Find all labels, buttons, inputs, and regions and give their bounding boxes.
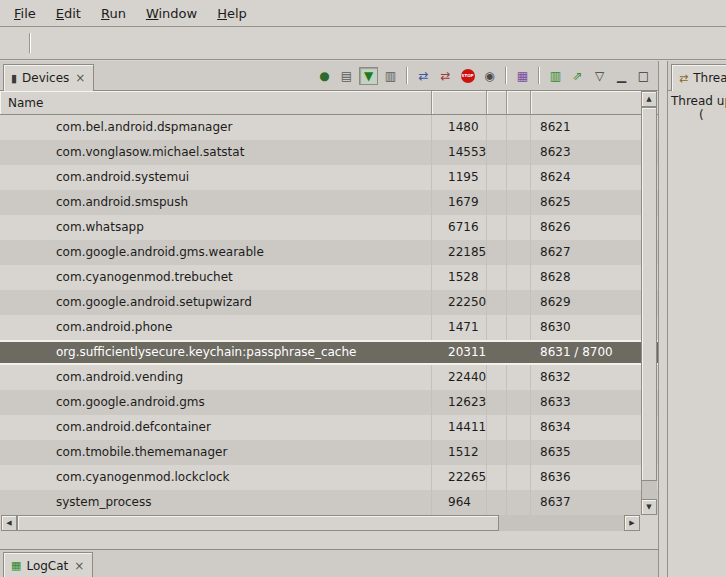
process-name-cell: com.tmobile.thememanager [0,440,432,465]
scrollbar-corner [640,515,658,531]
tab-devices[interactable]: ▮ Devices × [3,64,94,91]
tab-threads[interactable]: ⇄ Threa [671,64,726,91]
vertical-scrollbar[interactable]: ▲ ▼ [641,91,657,515]
vertical-scroll-thumb[interactable] [641,107,657,481]
table-row[interactable]: com.cyanogenmod.trebuchet15288628 [0,265,658,290]
process-port-cell: 8627 [531,240,658,265]
threads-view: ⇄ Threa Thread up ( [667,61,726,577]
process-col4-cell [507,465,531,490]
process-port-cell: 8634 [531,415,658,440]
horizontal-scrollbar[interactable]: ◀ ▶ [1,515,640,531]
process-col4-cell [507,365,531,390]
process-col4-cell [507,165,531,190]
toolbar-separator [406,67,408,84]
devices-tab-bar: ▮ Devices × ●▤▼▥⇄⇄STOP◉▦▥⇗▽▁□ [0,61,658,91]
table-row[interactable]: com.google.android.gms.wearable221858627 [0,240,658,265]
table-row[interactable]: com.google.android.setupwizard222508629 [0,290,658,315]
table-row[interactable]: com.whatsapp67168626 [0,215,658,240]
menu-item-window[interactable]: Window [136,3,207,24]
process-col3-cell [487,240,507,265]
table-row[interactable]: org.sufficientlysecure.keychain:passphra… [0,340,658,365]
process-col4-cell [507,342,531,363]
scroll-up-button[interactable]: ▲ [641,91,657,107]
table-row[interactable]: com.android.smspush16798625 [0,190,658,215]
threads-message-line2: ( [671,108,723,122]
menu-item-file[interactable]: File [4,3,46,24]
tab-devices-close-button[interactable]: × [74,72,86,84]
minimize-icon[interactable]: ▁ [612,67,631,85]
process-name-cell: com.android.smspush [0,190,432,215]
process-col4-cell [507,290,531,315]
menu-item-help[interactable]: Help [207,3,257,24]
process-pid-cell: 22250 [432,290,487,315]
process-col3-cell [487,342,507,363]
debug-process-icon[interactable]: ● [315,67,334,85]
process-port-cell: 8631 / 8700 [531,342,658,363]
process-name-cell: org.sufficientlysecure.keychain:passphra… [0,342,432,363]
process-port-cell: 8624 [531,165,658,190]
heap-updates-enabled-icon[interactable]: ▥ [546,67,565,85]
column-header-pid[interactable] [432,91,487,114]
process-pid-cell: 1512 [432,440,487,465]
process-name-cell: system_process [0,490,432,515]
tab-logcat[interactable]: ▦ LogCat × [3,552,93,577]
process-port-cell: 8629 [531,290,658,315]
process-pid-cell: 1679 [432,190,487,215]
process-port-cell: 8637 [531,490,658,515]
table-row[interactable]: com.bel.android.dspmanager14808621 [0,115,658,140]
scroll-right-button[interactable]: ▶ [624,515,640,531]
process-pid-cell: 22265 [432,465,487,490]
process-col3-cell [487,265,507,290]
method-profiling-icon[interactable]: ⇗ [568,67,587,85]
update-heap-icon[interactable]: ▤ [337,67,356,85]
process-name-cell: com.google.android.gms [0,390,432,415]
threads-message: Thread up ( [668,91,726,125]
process-table-header: Name [0,91,658,115]
process-pid-cell: 1528 [432,265,487,290]
process-pid-cell: 22440 [432,365,487,390]
table-row[interactable]: com.google.android.gms126238633 [0,390,658,415]
process-name-cell: com.whatsapp [0,215,432,240]
process-col4-cell [507,440,531,465]
screen-capture-icon[interactable]: ◉ [480,67,499,85]
process-port-cell: 8626 [531,215,658,240]
scroll-left-button[interactable]: ◀ [1,515,17,531]
process-name-cell: com.android.defcontainer [0,415,432,440]
process-col4-cell [507,215,531,240]
table-row[interactable]: system_process9648637 [0,490,658,515]
devices-tab-icon: ▮ [11,73,17,84]
process-col4-cell [507,190,531,215]
column-header-port[interactable] [531,91,658,114]
panel-sash[interactable] [659,61,667,577]
view-menu-icon[interactable]: ▽ [590,67,609,85]
stop-thread-updates-icon[interactable]: ⇄ [436,67,455,85]
column-header-col3[interactable] [487,91,507,114]
table-row[interactable]: com.android.phone14718630 [0,315,658,340]
table-row[interactable]: com.android.systemui11958624 [0,165,658,190]
process-name-cell: com.cyanogenmod.lockclock [0,465,432,490]
process-col3-cell [487,390,507,415]
system-info-icon[interactable]: ▦ [513,67,532,85]
column-header-col4[interactable] [507,91,531,114]
menu-item-run[interactable]: Run [91,3,136,24]
table-row[interactable]: com.vonglasow.michael.satstat145538623 [0,140,658,165]
scroll-down-button[interactable]: ▼ [641,499,657,515]
tab-devices-label: Devices [22,71,69,85]
logcat-tab-icon: ▦ [11,560,21,571]
table-row[interactable]: com.cyanogenmod.lockclock222658636 [0,465,658,490]
tab-logcat-close-button[interactable]: × [73,560,85,572]
table-row[interactable]: com.android.vending224408632 [0,365,658,390]
horizontal-scroll-thumb[interactable] [17,515,499,531]
maximize-icon[interactable]: □ [634,67,653,85]
table-row[interactable]: com.android.defcontainer144118634 [0,415,658,440]
cause-gc-icon[interactable]: ▥ [381,67,400,85]
update-threads-icon[interactable]: ⇄ [414,67,433,85]
process-pid-cell: 14553 [432,140,487,165]
stop-process-icon[interactable]: STOP [458,67,477,85]
process-name-cell: com.cyanogenmod.trebuchet [0,265,432,290]
dump-hprof-icon[interactable]: ▼ [359,67,378,85]
table-row[interactable]: com.tmobile.thememanager15128635 [0,440,658,465]
menu-item-edit[interactable]: Edit [46,3,91,24]
process-col3-cell [487,490,507,515]
column-header-name[interactable]: Name [0,91,432,114]
